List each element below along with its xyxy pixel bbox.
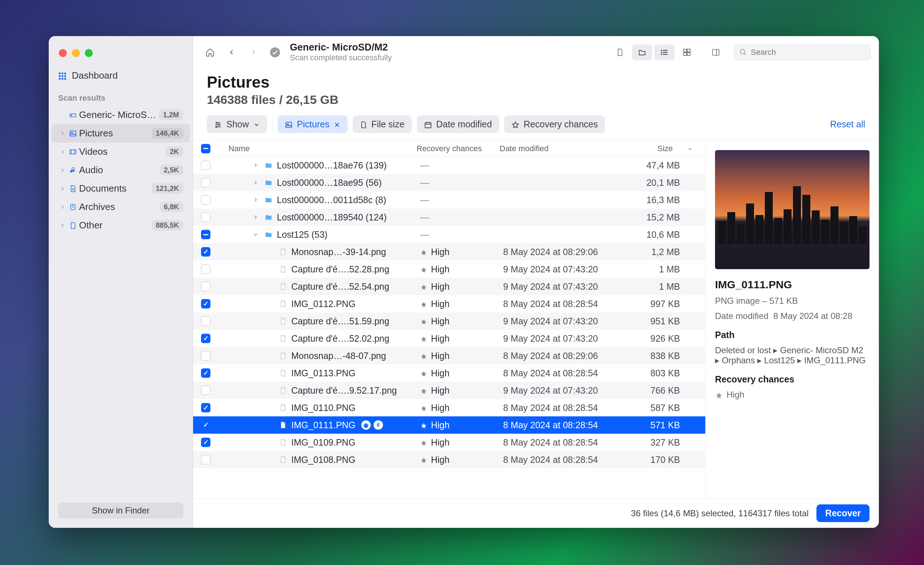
folder-row[interactable]: Lost125 (53) — 10,6 MB	[193, 226, 705, 243]
toolbar-title: Generic- MicroSD/M2	[290, 42, 392, 53]
file-row[interactable]: IMG_0108.PNG High 8 May 2024 at 08:28:54…	[193, 451, 705, 468]
file-date: 8 May 2024 at 08:28:54	[503, 368, 626, 378]
row-checkbox[interactable]	[201, 213, 210, 222]
close-icon[interactable]	[334, 119, 340, 129]
row-checkbox[interactable]	[201, 334, 210, 343]
recovery-label: High	[431, 333, 449, 344]
file-row[interactable]: IMG_0113.PNG High 8 May 2024 at 08:28:54…	[193, 364, 705, 382]
file-row[interactable]: Monosnap…-39-14.png High 8 May 2024 at 0…	[193, 243, 705, 261]
recover-button[interactable]: Recover	[816, 504, 870, 522]
maximize-window-button[interactable]	[85, 49, 93, 57]
expand-toggle[interactable]	[251, 197, 260, 202]
search-box[interactable]	[734, 44, 871, 60]
expand-toggle[interactable]	[253, 230, 258, 239]
view-list-button[interactable]	[654, 44, 675, 60]
view-folder-button[interactable]	[632, 44, 652, 60]
close-window-button[interactable]	[59, 49, 67, 57]
row-checkbox[interactable]	[201, 160, 210, 170]
dashboard-nav-item[interactable]: Dashboard	[49, 66, 193, 85]
sidebar-item-video[interactable]: Videos 2K	[52, 142, 190, 161]
row-checkbox[interactable]	[201, 316, 210, 326]
row-checkbox[interactable]	[201, 351, 210, 360]
content-area: Name Recovery chances Date modified Size…	[193, 141, 879, 498]
svg-rect-7	[62, 78, 63, 80]
file-badges: ◉#	[361, 420, 383, 430]
sidebar-item-document[interactable]: Documents 121,2K	[52, 179, 190, 198]
sidebar-item-drive[interactable]: Generic- MicroS… 1,2M	[52, 106, 190, 124]
sort-indicator[interactable]	[687, 144, 702, 153]
expand-toggle[interactable]	[251, 163, 260, 168]
row-checkbox[interactable]	[201, 230, 210, 239]
recovery-chances-filter-button[interactable]: Recovery chances	[504, 115, 605, 133]
column-date[interactable]: Date modified	[500, 144, 622, 153]
row-checkbox[interactable]	[201, 420, 210, 430]
expand-toggle[interactable]	[251, 180, 260, 185]
file-icon	[360, 119, 367, 129]
expand-toggle[interactable]	[251, 215, 260, 220]
file-row[interactable]: IMG_0112.PNG High 8 May 2024 at 08:28:54…	[193, 295, 705, 312]
eye-icon[interactable]: ◉	[361, 420, 370, 430]
row-checkbox[interactable]	[201, 178, 210, 187]
back-button[interactable]	[223, 44, 241, 60]
toggle-details-button[interactable]	[706, 44, 726, 60]
sidebar-item-archive[interactable]: Archives 6,8K	[52, 198, 190, 216]
sidebar-item-count: 146,4K	[152, 128, 184, 139]
svg-point-26	[661, 54, 662, 54]
toolbar: Generic- MicroSD/M2 Scan completed succe…	[193, 36, 879, 67]
minimize-window-button[interactable]	[72, 49, 80, 57]
select-all-checkbox[interactable]	[201, 144, 210, 153]
hex-icon[interactable]: #	[374, 420, 383, 430]
sidebar-item-label: Audio	[79, 165, 159, 176]
svg-rect-41	[285, 122, 292, 128]
folder-row[interactable]: Lost000000…0011d58c (8) — 16,3 MB	[193, 191, 705, 208]
pictures-filter-chip[interactable]: Pictures	[278, 115, 348, 133]
row-checkbox[interactable]	[201, 403, 210, 412]
row-checkbox[interactable]	[201, 282, 210, 291]
file-row[interactable]: Capture d'é….52.02.png High 9 May 2024 a…	[193, 330, 705, 347]
file-row[interactable]: Capture d'é….51.59.png High 9 May 2024 a…	[193, 312, 705, 330]
row-checkbox[interactable]	[201, 438, 210, 447]
sidebar-item-picture[interactable]: Pictures 146,4K	[52, 124, 190, 142]
file-row[interactable]: Capture d'é….9.52.17.png High 9 May 2024…	[193, 382, 705, 399]
view-grid-button[interactable]	[677, 44, 697, 60]
sidebar-item-other[interactable]: Other 885,5K	[52, 216, 190, 235]
file-row[interactable]: IMG_0111.PNG◉# High 8 May 2024 at 08:28:…	[193, 417, 705, 434]
file-row[interactable]: IMG_0109.PNG High 8 May 2024 at 08:28:54…	[193, 434, 705, 451]
file-icon	[278, 386, 288, 395]
search-input[interactable]	[751, 48, 866, 57]
row-checkbox[interactable]	[201, 386, 210, 395]
row-checkbox[interactable]	[201, 455, 210, 465]
file-row[interactable]: Capture d'é….52.28.png High 9 May 2024 a…	[193, 261, 705, 278]
show-filter-button[interactable]: Show	[207, 115, 267, 133]
show-in-finder-button[interactable]: Show in Finder	[58, 503, 183, 519]
row-checkbox[interactable]	[201, 195, 210, 205]
row-checkbox[interactable]	[201, 247, 210, 256]
folder-row[interactable]: Lost000000…189540 (124) — 15,2 MB	[193, 208, 705, 226]
column-size[interactable]: Size	[622, 144, 687, 153]
details-panel: IMG_0111.PNG PNG image – 571 KB Date mod…	[706, 141, 879, 498]
folder-row[interactable]: Lost000000…18ae95 (56) — 20,1 MB	[193, 174, 705, 191]
home-button[interactable]	[201, 44, 219, 60]
chevron-down-icon	[254, 119, 260, 129]
recovery-label: High	[431, 437, 449, 448]
reset-all-link[interactable]: Reset all	[830, 119, 865, 129]
forward-button[interactable]	[244, 44, 262, 60]
folder-row[interactable]: Lost000000…18ae76 (139) — 47,4 MB	[193, 157, 705, 174]
file-row[interactable]: IMG_0110.PNG High 8 May 2024 at 08:28:54…	[193, 399, 705, 417]
file-row[interactable]: Capture d'é….52.54.png High 9 May 2024 a…	[193, 278, 705, 295]
row-checkbox[interactable]	[201, 299, 210, 309]
sidebar-item-audio[interactable]: Audio 2,5K	[52, 161, 190, 179]
row-checkbox[interactable]	[201, 369, 210, 378]
column-name[interactable]: Name	[218, 144, 417, 153]
header-checkbox-cell[interactable]	[193, 144, 218, 153]
view-document-button[interactable]	[610, 44, 630, 60]
recovery-label: High	[431, 264, 449, 274]
file-name: IMG_0108.PNG	[291, 455, 356, 465]
row-checkbox[interactable]	[201, 264, 210, 274]
file-name: Monosnap…-39-14.png	[291, 247, 386, 257]
column-recovery[interactable]: Recovery chances	[417, 144, 500, 153]
date-modified-filter-button[interactable]: Date modified	[417, 115, 499, 133]
file-size-filter-button[interactable]: File size	[352, 115, 412, 133]
file-row[interactable]: Monosnap…-48-07.png High 8 May 2024 at 0…	[193, 347, 705, 364]
file-preview[interactable]	[715, 150, 870, 269]
